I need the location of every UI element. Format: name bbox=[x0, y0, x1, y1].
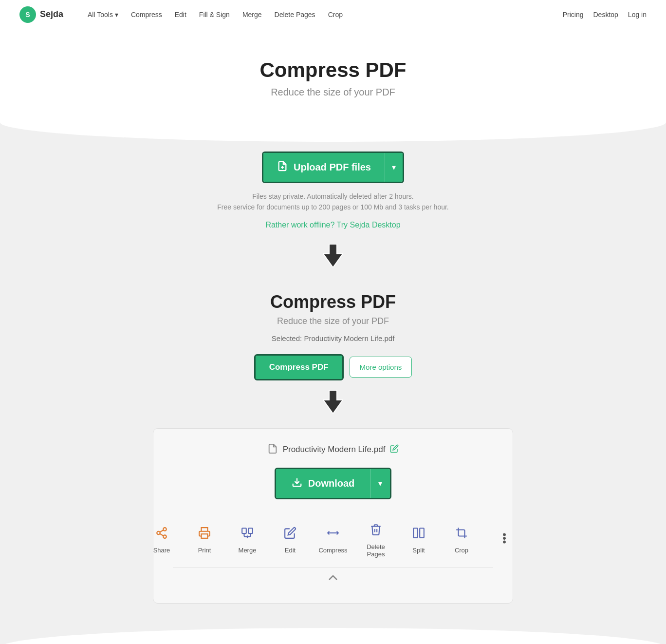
action-print-label: Print bbox=[198, 547, 211, 554]
file-icon bbox=[267, 443, 278, 456]
svg-point-7 bbox=[163, 535, 166, 539]
action-share[interactable]: Share bbox=[147, 522, 176, 554]
action-merge-label: Merge bbox=[239, 547, 257, 554]
action-edit-label: Edit bbox=[285, 547, 296, 554]
arrow-down-icon bbox=[10, 244, 656, 267]
svg-rect-10 bbox=[202, 534, 208, 538]
nav-right: Pricing Desktop Log in bbox=[563, 11, 647, 19]
download-button-wrapper: Download ▾ bbox=[275, 468, 392, 499]
nav-all-tools[interactable]: All Tools ▾ bbox=[83, 8, 123, 21]
nav-edit[interactable]: Edit bbox=[170, 8, 191, 21]
wave-top bbox=[0, 113, 666, 142]
result-filename: Productivity Modern Life.pdf bbox=[283, 445, 386, 455]
logo[interactable]: S Sejda bbox=[19, 6, 63, 23]
logo-icon: S bbox=[19, 6, 36, 23]
action-compress[interactable]: Compress bbox=[318, 522, 348, 554]
nav-login[interactable]: Log in bbox=[628, 11, 647, 19]
action-crop-label: Crop bbox=[455, 547, 468, 554]
compress-subtitle: Reduce the size of your PDF bbox=[19, 316, 647, 326]
upload-button-label: Upload PDF files bbox=[294, 162, 371, 173]
svg-point-5 bbox=[163, 528, 166, 531]
download-dropdown-arrow[interactable]: ▾ bbox=[370, 469, 390, 498]
collapse-bar[interactable] bbox=[173, 568, 493, 588]
action-compress-label: Compress bbox=[318, 547, 347, 554]
download-icon bbox=[292, 477, 302, 490]
upload-button-wrapper: Upload PDF files ▾ bbox=[262, 152, 404, 183]
action-edit[interactable]: Edit bbox=[276, 522, 305, 554]
nav-links: All Tools ▾ Compress Edit Fill & Sign Me… bbox=[83, 8, 563, 21]
upload-note: Files stay private. Automatically delete… bbox=[10, 191, 656, 213]
svg-rect-11 bbox=[242, 529, 246, 534]
upload-icon bbox=[277, 161, 288, 174]
svg-marker-3 bbox=[323, 390, 343, 414]
upload-button[interactable]: Upload PDF files bbox=[263, 153, 385, 182]
hero-section: Compress PDF Reduce the size of your PDF bbox=[0, 29, 666, 113]
svg-point-6 bbox=[157, 531, 160, 535]
result-card: Productivity Modern Life.pdf bbox=[153, 428, 513, 604]
action-print[interactable]: Print bbox=[190, 522, 219, 554]
nav-merge[interactable]: Merge bbox=[238, 8, 267, 21]
svg-line-9 bbox=[160, 530, 163, 532]
compress-pdf-button[interactable]: Compress PDF bbox=[254, 354, 344, 380]
more-options-button[interactable]: More options bbox=[350, 357, 412, 378]
arrow-down-2-icon bbox=[10, 390, 656, 414]
upload-section: Upload PDF files ▾ Files stay private. A… bbox=[0, 113, 666, 644]
page-title: Compress PDF bbox=[10, 58, 656, 82]
navigation: S Sejda All Tools ▾ Compress Edit Fill &… bbox=[0, 0, 666, 29]
nav-crop[interactable]: Crop bbox=[323, 8, 348, 21]
action-delete-pages[interactable]: Delete Pages bbox=[361, 519, 390, 558]
svg-rect-12 bbox=[248, 529, 253, 534]
nav-pricing[interactable]: Pricing bbox=[563, 11, 584, 19]
page-subtitle: Reduce the size of your PDF bbox=[10, 87, 656, 98]
action-share-label: Share bbox=[153, 547, 170, 554]
action-more[interactable] bbox=[490, 528, 519, 549]
edit-file-icon[interactable] bbox=[390, 444, 399, 455]
wave-bottom bbox=[0, 628, 666, 644]
nav-delete-pages[interactable]: Delete Pages bbox=[270, 8, 320, 21]
action-merge[interactable]: Merge bbox=[233, 522, 262, 554]
action-icons-row: Share Print bbox=[173, 514, 493, 563]
action-crop[interactable]: Crop bbox=[447, 522, 476, 554]
compress-section: Compress PDF Reduce the size of your PDF… bbox=[10, 282, 656, 380]
upload-dropdown-arrow[interactable]: ▾ bbox=[385, 153, 403, 182]
svg-rect-15 bbox=[413, 529, 418, 538]
logo-name: Sejda bbox=[40, 9, 63, 19]
offline-link[interactable]: Rather work offline? Try Sejda Desktop bbox=[265, 221, 400, 229]
result-file-row: Productivity Modern Life.pdf bbox=[173, 443, 493, 456]
selected-file-text: Selected: Productivity Modern Life.pdf bbox=[19, 334, 647, 342]
svg-point-18 bbox=[503, 537, 505, 539]
svg-point-19 bbox=[503, 541, 505, 543]
chevron-down-icon: ▾ bbox=[115, 11, 118, 19]
download-button-label: Download bbox=[308, 478, 355, 489]
download-button[interactable]: Download bbox=[276, 469, 370, 498]
svg-line-8 bbox=[160, 534, 163, 536]
nav-desktop[interactable]: Desktop bbox=[593, 11, 618, 19]
compress-title: Compress PDF bbox=[19, 292, 647, 312]
nav-fill-sign[interactable]: Fill & Sign bbox=[194, 8, 235, 21]
compress-actions: Compress PDF More options bbox=[19, 354, 647, 380]
svg-marker-2 bbox=[323, 244, 343, 267]
action-split[interactable]: Split bbox=[404, 522, 433, 554]
action-delete-pages-label: Delete Pages bbox=[361, 543, 390, 558]
action-split-label: Split bbox=[412, 547, 425, 554]
svg-rect-16 bbox=[420, 529, 424, 538]
svg-point-17 bbox=[503, 534, 505, 535]
nav-compress[interactable]: Compress bbox=[126, 8, 167, 21]
